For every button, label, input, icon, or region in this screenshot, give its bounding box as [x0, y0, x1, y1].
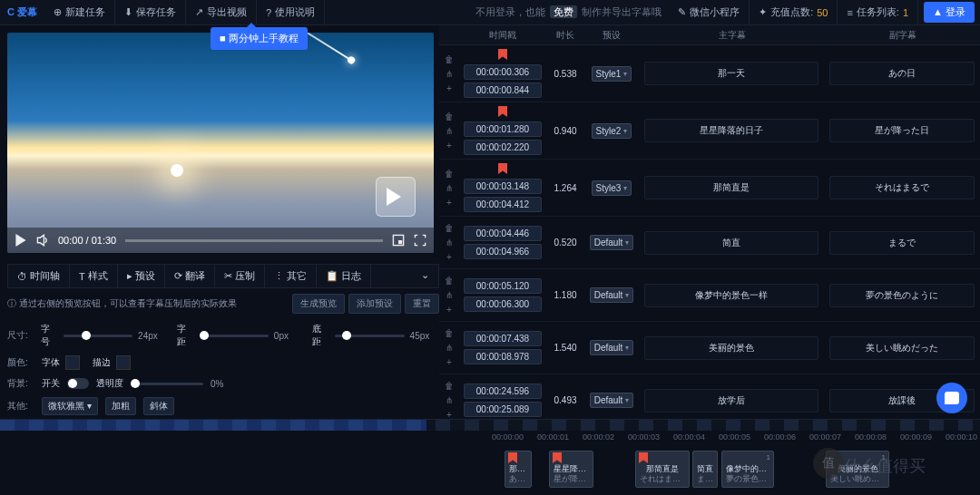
start-time[interactable]: 00:00:00.306: [464, 64, 542, 80]
start-time[interactable]: 00:00:07.438: [464, 331, 542, 346]
preset-select[interactable]: Style3: [592, 180, 632, 196]
bold-button[interactable]: 加粗: [105, 397, 136, 415]
play-icon[interactable]: [15, 234, 27, 247]
timeline-track[interactable]: [0, 420, 980, 431]
hint-btn-生成预览[interactable]: 生成预览: [292, 294, 345, 314]
hierarchy-icon[interactable]: ⋔: [446, 183, 453, 193]
end-time[interactable]: 00:00:25.089: [464, 402, 542, 417]
chat-fab[interactable]: [936, 383, 967, 413]
timeline-ruler[interactable]: 00:00:0000:00:0100:00:0200:00:0300:00:04…: [0, 431, 980, 447]
end-time[interactable]: 00:00:08.978: [464, 349, 542, 364]
volume-icon[interactable]: [36, 234, 49, 247]
login-button[interactable]: ▲ 登录: [924, 2, 975, 23]
end-time[interactable]: 00:00:00.844: [464, 82, 542, 98]
topright-微信小程序[interactable]: ✎微信小程序: [669, 0, 750, 25]
main-subtitle[interactable]: 简直: [644, 231, 818, 255]
hierarchy-icon[interactable]: ⋔: [446, 69, 453, 79]
tab-日志[interactable]: 📋日志: [317, 265, 371, 287]
slider-字号[interactable]: [64, 335, 132, 337]
hint-btn-重置[interactable]: 重置: [405, 294, 439, 314]
preset-select[interactable]: Style1: [592, 66, 632, 82]
add-icon[interactable]: +: [446, 305, 452, 315]
bookmark-icon[interactable]: [498, 106, 507, 117]
slider-字距[interactable]: [200, 335, 269, 337]
logo[interactable]: C 爱幕: [0, 5, 44, 19]
timeline-clip[interactable]: 简直まるで: [692, 451, 718, 488]
topbar-导出视频[interactable]: ↗导出视频: [186, 0, 257, 25]
hierarchy-icon[interactable]: ⋔: [446, 290, 453, 300]
sub-subtitle[interactable]: 夢の景色のように: [829, 284, 975, 307]
timeline-clip[interactable]: 那简直是それはまるで: [635, 451, 690, 488]
main-subtitle[interactable]: 放学后: [644, 389, 818, 412]
main-subtitle[interactable]: 美丽的景色: [644, 336, 818, 360]
hierarchy-icon[interactable]: ⋔: [446, 126, 453, 136]
color-swatch-描边[interactable]: [116, 355, 131, 370]
sub-subtitle[interactable]: 美しい眺めだった: [829, 336, 975, 360]
main-subtitle[interactable]: 星星降落的日子: [644, 119, 818, 142]
table-body[interactable]: 🗑 ⋔ + 00:00:00.306 00:00:00.844 0.538 St…: [439, 45, 980, 419]
preset-select[interactable]: Default: [590, 340, 634, 355]
delete-icon[interactable]: 🗑: [445, 112, 454, 121]
delete-icon[interactable]: 🗑: [445, 381, 454, 391]
tab-预设[interactable]: ▸预设: [118, 265, 165, 287]
start-time[interactable]: 00:00:01.280: [464, 121, 542, 137]
add-icon[interactable]: +: [446, 83, 452, 93]
delete-icon[interactable]: 🗑: [445, 276, 454, 286]
tutorial-tip[interactable]: ■ 两分钟上手教程: [211, 27, 308, 50]
sub-subtitle[interactable]: それはまるで: [829, 176, 975, 199]
preset-select[interactable]: Default: [590, 287, 634, 303]
topright-充值点数:[interactable]: ✦充值点数:50: [750, 0, 838, 25]
end-time[interactable]: 00:00:04.966: [464, 244, 542, 259]
opacity-slider[interactable]: [131, 383, 203, 385]
hierarchy-icon[interactable]: ⋔: [446, 343, 453, 353]
color-swatch-字体[interactable]: [65, 355, 80, 370]
preset-select[interactable]: Default: [590, 393, 634, 408]
delete-icon[interactable]: 🗑: [445, 169, 454, 179]
tab-翻译[interactable]: ⟳翻译: [165, 265, 215, 287]
bookmark-icon[interactable]: [498, 163, 507, 174]
add-icon[interactable]: +: [446, 198, 452, 208]
end-time[interactable]: 00:00:06.300: [464, 296, 542, 312]
topbar-保存任务[interactable]: ⬇保存任务: [115, 0, 186, 25]
delete-icon[interactable]: 🗑: [445, 223, 454, 233]
start-time[interactable]: 00:00:03.148: [464, 179, 542, 194]
tab-其它[interactable]: ⋮其它: [265, 265, 317, 287]
preset-select[interactable]: Default: [590, 235, 634, 250]
font-select[interactable]: 微软雅黑 ▾: [42, 397, 98, 415]
sub-subtitle[interactable]: あの日: [829, 62, 975, 85]
pip-icon[interactable]: [392, 234, 405, 247]
play-button[interactable]: [376, 177, 416, 217]
slider-底距[interactable]: [335, 335, 404, 337]
video-player[interactable]: 00:00 / 01:30: [7, 33, 434, 253]
topbar-新建任务[interactable]: ⊕新建任务: [44, 0, 115, 25]
tab-压制[interactable]: ✂压制: [215, 265, 265, 287]
timeline-clip[interactable]: 那一天あの日: [505, 451, 532, 488]
topbar-使用说明[interactable]: ?使用说明: [257, 0, 325, 25]
main-subtitle[interactable]: 那简直是: [644, 176, 818, 199]
timeline-clip[interactable]: 1像梦中的景色一样夢の景色のように: [721, 451, 774, 488]
hierarchy-icon[interactable]: ⋔: [446, 395, 453, 405]
add-icon[interactable]: +: [446, 410, 452, 419]
tab-时间轴[interactable]: ⏱时间轴: [8, 265, 70, 287]
tab-样式[interactable]: T样式: [70, 265, 118, 287]
bookmark-icon[interactable]: [498, 49, 507, 60]
delete-icon[interactable]: 🗑: [445, 54, 454, 64]
add-icon[interactable]: +: [446, 357, 452, 367]
expand-button[interactable]: ⌄: [412, 265, 438, 287]
bg-toggle[interactable]: [67, 378, 89, 389]
start-time[interactable]: 00:00:24.596: [464, 383, 542, 399]
italic-button[interactable]: 斜体: [143, 397, 174, 415]
fullscreen-icon[interactable]: [414, 234, 426, 247]
main-subtitle[interactable]: 像梦中的景色一样: [644, 284, 818, 307]
hint-btn-添加预设[interactable]: 添加预设: [348, 294, 401, 314]
end-time[interactable]: 00:00:02.220: [464, 140, 542, 155]
progress-bar[interactable]: [125, 239, 383, 242]
delete-icon[interactable]: 🗑: [445, 328, 454, 338]
start-time[interactable]: 00:00:04.446: [464, 226, 542, 241]
timeline-clip[interactable]: 星星降落的日子星が降った日: [549, 451, 593, 488]
start-time[interactable]: 00:00:05.120: [464, 278, 542, 294]
end-time[interactable]: 00:00:04.412: [464, 197, 542, 212]
preset-select[interactable]: Style2: [592, 123, 632, 139]
hierarchy-icon[interactable]: ⋔: [446, 238, 453, 248]
topright-任务列表:[interactable]: ≡任务列表:1: [838, 0, 918, 25]
